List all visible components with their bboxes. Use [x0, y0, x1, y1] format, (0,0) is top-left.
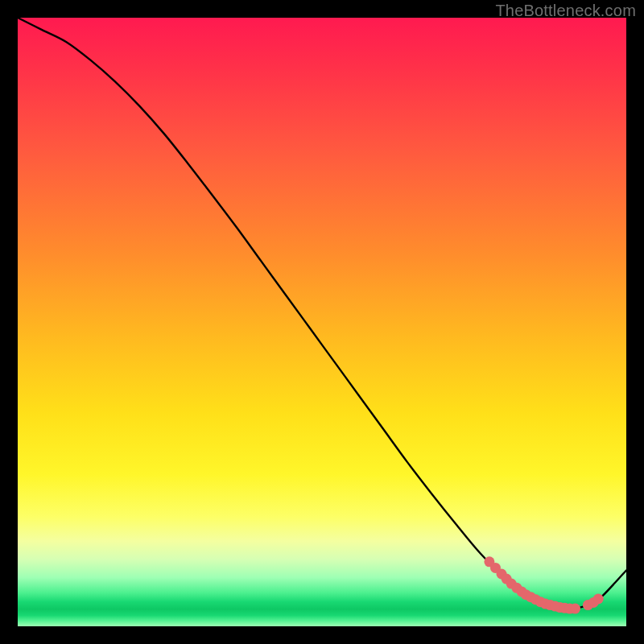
highlight-dot	[593, 593, 604, 604]
chart-stage: TheBottleneck.com	[0, 0, 644, 644]
curve-line	[18, 18, 626, 609]
curve-group	[18, 18, 626, 609]
attribution-label: TheBottleneck.com	[495, 2, 636, 20]
plot-area	[18, 18, 626, 626]
highlight-dots	[484, 556, 603, 613]
chart-overlay	[18, 18, 626, 626]
highlight-dot	[570, 604, 580, 614]
